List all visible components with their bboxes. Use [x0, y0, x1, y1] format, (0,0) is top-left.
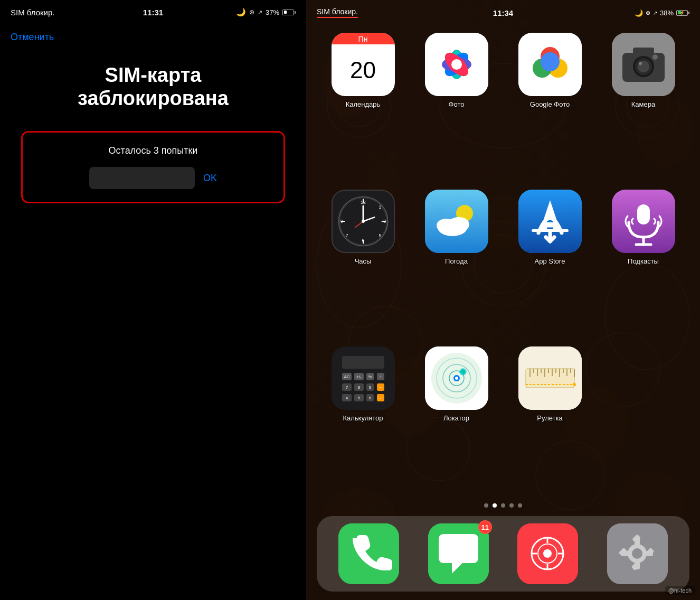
- app-item-locator[interactable]: Локатор: [412, 346, 500, 493]
- navigation-icon: ↗: [258, 9, 262, 16]
- app-item-clock[interactable]: 12 1 3 5 6 7 9 Часы: [319, 190, 407, 336]
- clock-icon: 12 1 3 5 6 7 9: [332, 190, 395, 253]
- page-dot-3[interactable]: [501, 503, 505, 508]
- svg-text:4: 4: [345, 396, 348, 400]
- svg-text:8: 8: [357, 385, 360, 390]
- app-item-weather[interactable]: Погода: [412, 190, 500, 336]
- app-label-calendar: Календарь: [346, 100, 381, 108]
- svg-rect-131: [338, 523, 399, 584]
- svg-text:6: 6: [368, 396, 371, 400]
- app-item-calculator[interactable]: AC +/- % ÷ 7 8 9 × 4 5 6 - Калькуля: [319, 346, 407, 493]
- svg-point-61: [362, 220, 365, 223]
- app-item-ruler[interactable]: Рулетка: [506, 346, 594, 493]
- svg-point-43: [652, 54, 658, 60]
- app-item-photos[interactable]: Фото: [412, 33, 500, 179]
- settings-dock-icon: [607, 523, 668, 584]
- appstore-icon: [518, 190, 582, 253]
- battery-pct-right: 38%: [660, 9, 674, 17]
- dock-item-music[interactable]: [517, 523, 578, 584]
- time-right: 11:34: [493, 8, 513, 17]
- time-left: 11:31: [143, 8, 163, 17]
- page-dot-4[interactable]: [509, 503, 514, 508]
- calendar-day: Пн: [332, 33, 395, 44]
- app-item-podcasts[interactable]: Подкасты: [599, 190, 687, 336]
- svg-text:6: 6: [362, 238, 364, 243]
- dock-item-phone[interactable]: [338, 523, 399, 584]
- page-dot-5[interactable]: [518, 503, 522, 508]
- sim-carrier-right: SIM блокир.: [317, 7, 358, 18]
- app-item-appstore[interactable]: App Store: [506, 190, 594, 336]
- app-item-calendar[interactable]: Пн 20 Календарь: [319, 33, 407, 179]
- weather-icon: [425, 190, 488, 253]
- svg-text:1: 1: [379, 204, 381, 210]
- page-dots: [306, 498, 700, 513]
- svg-text:12: 12: [361, 200, 366, 205]
- locator-icon: [425, 346, 488, 410]
- svg-text:AC: AC: [344, 374, 349, 379]
- page-dot-1[interactable]: [484, 503, 488, 508]
- navigation-icon-right: ↗: [653, 10, 657, 16]
- sim-underline: [317, 17, 358, 18]
- status-bar-right: SIM блокир. 11:34 🌙 ⊛ ↗ 38% ⚡: [306, 0, 700, 22]
- status-icons-right: 🌙 ⊛ ↗ 38% ⚡: [635, 9, 689, 17]
- svg-rect-38: [633, 48, 654, 56]
- svg-text:7: 7: [345, 233, 348, 238]
- carrier-left: SIM блокир.: [11, 8, 54, 17]
- svg-point-66: [448, 217, 469, 232]
- svg-point-143: [632, 548, 642, 559]
- dock-item-messages[interactable]: 11: [428, 523, 489, 584]
- battery-icon-left: [282, 10, 296, 15]
- svg-text:÷: ÷: [379, 374, 382, 379]
- app-label-podcasts: Подкасты: [628, 257, 659, 265]
- camera-icon: [612, 33, 675, 96]
- app-item-camera[interactable]: Камера: [599, 33, 687, 179]
- svg-text:5: 5: [379, 233, 381, 238]
- svg-point-130: [573, 383, 576, 386]
- sim-blocked-title: SIM-карта заблокирована: [0, 48, 306, 131]
- attempts-text: Осталось 3 попытки: [109, 145, 198, 156]
- svg-text:×: ×: [379, 385, 382, 390]
- left-phone-screen: SIM блокир. 11:31 🌙 ⊛ ↗ 37% Отменить SIM…: [0, 0, 306, 600]
- svg-point-113: [460, 369, 466, 374]
- page-dot-2[interactable]: [493, 503, 497, 508]
- svg-text:3: 3: [383, 219, 386, 224]
- app-label-ruler: Рулетка: [537, 414, 562, 422]
- messages-badge: 11: [478, 520, 492, 534]
- dock-item-settings[interactable]: [607, 523, 668, 584]
- app-label-appstore: App Store: [535, 257, 565, 265]
- svg-point-136: [543, 549, 552, 558]
- phone-dock-icon: [338, 523, 399, 584]
- cancel-button[interactable]: Отменить: [0, 21, 306, 48]
- app-label-camera: Камера: [631, 100, 655, 108]
- app-item-google-photos[interactable]: Google Фото: [506, 33, 594, 179]
- calendar-icon: Пн 20: [332, 33, 395, 96]
- app-label-locator: Локатор: [443, 414, 469, 422]
- photos-icon: [425, 33, 488, 96]
- status-bar-left: SIM блокир. 11:31 🌙 ⊛ ↗ 37%: [0, 0, 306, 21]
- svg-text:+/-: +/-: [356, 374, 362, 379]
- app-label-calculator: Калькулятор: [343, 414, 383, 422]
- pin-input-field[interactable]: [89, 167, 195, 189]
- svg-text:9: 9: [368, 385, 371, 390]
- svg-text:5: 5: [357, 396, 360, 400]
- pin-input-row: OK: [33, 167, 273, 189]
- moon-icon-right: 🌙: [635, 9, 643, 17]
- svg-point-30: [451, 59, 462, 70]
- svg-rect-76: [637, 204, 650, 224]
- svg-text:-: -: [380, 396, 381, 400]
- svg-point-35: [541, 52, 560, 71]
- location-icon: ⊛: [249, 8, 254, 16]
- app-label-google-photos: Google Фото: [530, 100, 570, 108]
- svg-rect-80: [342, 356, 384, 369]
- calendar-date: 20: [350, 58, 376, 83]
- svg-text:9: 9: [340, 219, 343, 224]
- music-dock-icon: [517, 523, 578, 584]
- messages-dock-icon: 11: [428, 523, 489, 584]
- ruler-icon: [518, 346, 582, 410]
- svg-text:7: 7: [345, 385, 348, 390]
- dock: 11: [317, 516, 689, 592]
- watermark: @hi-tech: [665, 586, 695, 595]
- ok-button[interactable]: OK: [203, 173, 217, 184]
- battery-icon-right: ⚡: [676, 10, 689, 16]
- right-phone-screen: SIM блокир. 11:34 🌙 ⊛ ↗ 38% ⚡ Пн: [306, 0, 700, 600]
